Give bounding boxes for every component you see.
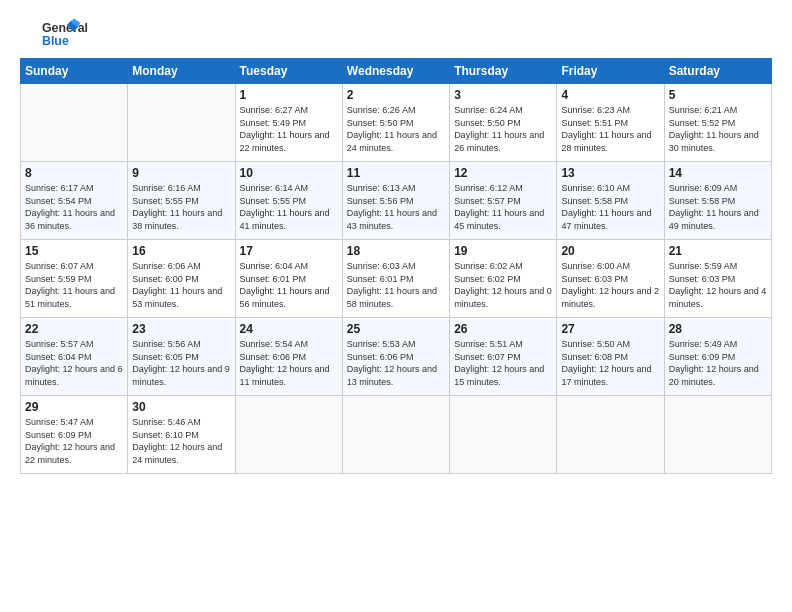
day-number: 3 [454, 88, 552, 102]
calendar-day-cell [21, 84, 128, 162]
day-number: 2 [347, 88, 445, 102]
day-info: Sunrise: 5:49 AMSunset: 6:09 PMDaylight:… [669, 339, 759, 387]
calendar-day-cell: 14Sunrise: 6:09 AMSunset: 5:58 PMDayligh… [664, 162, 771, 240]
calendar-day-header: Saturday [664, 59, 771, 84]
day-info: Sunrise: 5:59 AMSunset: 6:03 PMDaylight:… [669, 261, 767, 309]
day-number: 18 [347, 244, 445, 258]
calendar-week-row: 8Sunrise: 6:17 AMSunset: 5:54 PMDaylight… [21, 162, 772, 240]
day-info: Sunrise: 6:13 AMSunset: 5:56 PMDaylight:… [347, 183, 437, 231]
calendar-day-cell: 21Sunrise: 5:59 AMSunset: 6:03 PMDayligh… [664, 240, 771, 318]
calendar-week-row: 29Sunrise: 5:47 AMSunset: 6:09 PMDayligh… [21, 396, 772, 474]
calendar-day-cell [235, 396, 342, 474]
calendar-day-cell: 30Sunrise: 5:46 AMSunset: 6:10 PMDayligh… [128, 396, 235, 474]
calendar-day-header: Monday [128, 59, 235, 84]
day-number: 5 [669, 88, 767, 102]
day-number: 23 [132, 322, 230, 336]
day-number: 8 [25, 166, 123, 180]
day-info: Sunrise: 6:03 AMSunset: 6:01 PMDaylight:… [347, 261, 437, 309]
day-number: 20 [561, 244, 659, 258]
day-number: 27 [561, 322, 659, 336]
day-info: Sunrise: 6:23 AMSunset: 5:51 PMDaylight:… [561, 105, 651, 153]
day-info: Sunrise: 6:02 AMSunset: 6:02 PMDaylight:… [454, 261, 552, 309]
page: General Blue SundayMondayTuesdayWednesda… [0, 0, 792, 612]
day-number: 11 [347, 166, 445, 180]
day-info: Sunrise: 6:21 AMSunset: 5:52 PMDaylight:… [669, 105, 759, 153]
calendar-day-header: Thursday [450, 59, 557, 84]
day-number: 17 [240, 244, 338, 258]
day-info: Sunrise: 5:47 AMSunset: 6:09 PMDaylight:… [25, 417, 115, 465]
day-number: 19 [454, 244, 552, 258]
calendar-day-cell: 19Sunrise: 6:02 AMSunset: 6:02 PMDayligh… [450, 240, 557, 318]
day-number: 24 [240, 322, 338, 336]
calendar-day-cell: 28Sunrise: 5:49 AMSunset: 6:09 PMDayligh… [664, 318, 771, 396]
day-number: 15 [25, 244, 123, 258]
logo: General Blue [20, 16, 100, 52]
day-info: Sunrise: 6:26 AMSunset: 5:50 PMDaylight:… [347, 105, 437, 153]
calendar-day-cell: 15Sunrise: 6:07 AMSunset: 5:59 PMDayligh… [21, 240, 128, 318]
day-info: Sunrise: 6:00 AMSunset: 6:03 PMDaylight:… [561, 261, 659, 309]
day-info: Sunrise: 6:14 AMSunset: 5:55 PMDaylight:… [240, 183, 330, 231]
day-info: Sunrise: 5:54 AMSunset: 6:06 PMDaylight:… [240, 339, 330, 387]
day-number: 30 [132, 400, 230, 414]
calendar-day-cell: 22Sunrise: 5:57 AMSunset: 6:04 PMDayligh… [21, 318, 128, 396]
calendar-day-cell: 13Sunrise: 6:10 AMSunset: 5:58 PMDayligh… [557, 162, 664, 240]
day-info: Sunrise: 6:17 AMSunset: 5:54 PMDaylight:… [25, 183, 115, 231]
day-info: Sunrise: 6:27 AMSunset: 5:49 PMDaylight:… [240, 105, 330, 153]
svg-text:Blue: Blue [42, 34, 69, 48]
calendar-day-cell: 4Sunrise: 6:23 AMSunset: 5:51 PMDaylight… [557, 84, 664, 162]
calendar-day-header: Friday [557, 59, 664, 84]
calendar-table: SundayMondayTuesdayWednesdayThursdayFrid… [20, 58, 772, 474]
calendar-day-cell: 23Sunrise: 5:56 AMSunset: 6:05 PMDayligh… [128, 318, 235, 396]
calendar-day-cell: 26Sunrise: 5:51 AMSunset: 6:07 PMDayligh… [450, 318, 557, 396]
header: General Blue [20, 16, 772, 52]
calendar-day-cell: 9Sunrise: 6:16 AMSunset: 5:55 PMDaylight… [128, 162, 235, 240]
calendar-day-cell [342, 396, 449, 474]
day-info: Sunrise: 6:04 AMSunset: 6:01 PMDaylight:… [240, 261, 330, 309]
svg-text:General: General [42, 21, 88, 35]
day-number: 29 [25, 400, 123, 414]
day-info: Sunrise: 5:53 AMSunset: 6:06 PMDaylight:… [347, 339, 437, 387]
calendar-week-row: 22Sunrise: 5:57 AMSunset: 6:04 PMDayligh… [21, 318, 772, 396]
calendar-day-cell: 20Sunrise: 6:00 AMSunset: 6:03 PMDayligh… [557, 240, 664, 318]
day-info: Sunrise: 6:24 AMSunset: 5:50 PMDaylight:… [454, 105, 544, 153]
calendar-week-row: 15Sunrise: 6:07 AMSunset: 5:59 PMDayligh… [21, 240, 772, 318]
day-info: Sunrise: 5:57 AMSunset: 6:04 PMDaylight:… [25, 339, 123, 387]
logo-icon: General Blue [20, 16, 100, 52]
calendar-day-cell [664, 396, 771, 474]
day-info: Sunrise: 5:56 AMSunset: 6:05 PMDaylight:… [132, 339, 230, 387]
day-info: Sunrise: 5:50 AMSunset: 6:08 PMDaylight:… [561, 339, 651, 387]
calendar-day-cell: 8Sunrise: 6:17 AMSunset: 5:54 PMDaylight… [21, 162, 128, 240]
calendar-week-row: 1Sunrise: 6:27 AMSunset: 5:49 PMDaylight… [21, 84, 772, 162]
calendar-day-cell: 18Sunrise: 6:03 AMSunset: 6:01 PMDayligh… [342, 240, 449, 318]
calendar-day-cell [450, 396, 557, 474]
calendar-day-cell: 29Sunrise: 5:47 AMSunset: 6:09 PMDayligh… [21, 396, 128, 474]
day-info: Sunrise: 5:46 AMSunset: 6:10 PMDaylight:… [132, 417, 222, 465]
day-info: Sunrise: 6:06 AMSunset: 6:00 PMDaylight:… [132, 261, 222, 309]
calendar-day-header: Sunday [21, 59, 128, 84]
calendar-day-cell: 12Sunrise: 6:12 AMSunset: 5:57 PMDayligh… [450, 162, 557, 240]
calendar-day-cell: 25Sunrise: 5:53 AMSunset: 6:06 PMDayligh… [342, 318, 449, 396]
calendar-day-cell [128, 84, 235, 162]
day-number: 16 [132, 244, 230, 258]
day-info: Sunrise: 6:12 AMSunset: 5:57 PMDaylight:… [454, 183, 544, 231]
calendar-header-row: SundayMondayTuesdayWednesdayThursdayFrid… [21, 59, 772, 84]
day-number: 28 [669, 322, 767, 336]
calendar-day-cell: 11Sunrise: 6:13 AMSunset: 5:56 PMDayligh… [342, 162, 449, 240]
day-number: 13 [561, 166, 659, 180]
day-number: 25 [347, 322, 445, 336]
day-number: 26 [454, 322, 552, 336]
day-number: 4 [561, 88, 659, 102]
day-number: 9 [132, 166, 230, 180]
calendar-day-header: Tuesday [235, 59, 342, 84]
calendar-day-cell [557, 396, 664, 474]
day-number: 10 [240, 166, 338, 180]
day-info: Sunrise: 6:09 AMSunset: 5:58 PMDaylight:… [669, 183, 759, 231]
calendar-day-cell: 27Sunrise: 5:50 AMSunset: 6:08 PMDayligh… [557, 318, 664, 396]
day-number: 14 [669, 166, 767, 180]
day-info: Sunrise: 6:07 AMSunset: 5:59 PMDaylight:… [25, 261, 115, 309]
calendar-day-header: Wednesday [342, 59, 449, 84]
calendar-day-cell: 24Sunrise: 5:54 AMSunset: 6:06 PMDayligh… [235, 318, 342, 396]
calendar-day-cell: 3Sunrise: 6:24 AMSunset: 5:50 PMDaylight… [450, 84, 557, 162]
calendar-day-cell: 2Sunrise: 6:26 AMSunset: 5:50 PMDaylight… [342, 84, 449, 162]
day-info: Sunrise: 6:16 AMSunset: 5:55 PMDaylight:… [132, 183, 222, 231]
